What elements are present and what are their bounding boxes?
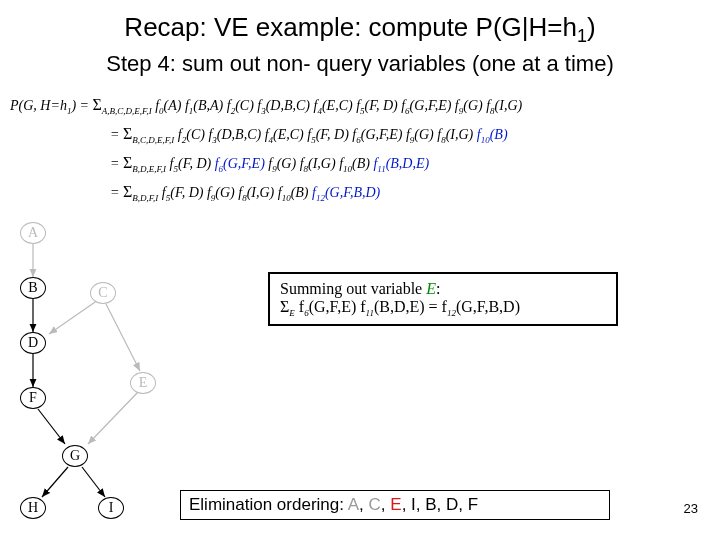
elim-label: Elimination ordering: [189,495,348,514]
box-l1a: Summing out [280,280,371,297]
box-line1: Summing out variable E: [280,280,606,298]
eq3-pre: = [110,156,123,171]
sum2-sub: B,C,D,E,F,I [132,135,174,145]
eq-lhs-close: ) = [71,98,92,113]
elim-s2: , [381,495,390,514]
f0-arg: (A) f [164,98,189,113]
eq2-f: f [174,127,181,142]
elimination-ordering-box: Elimination ordering: A, C, E, I, B, D, … [180,490,610,520]
eq3-6a: (G,F,E) [223,156,268,171]
eq3-ba: (B,D,E) [386,156,430,171]
f1-arg: (B,A) f [193,98,230,113]
eq2-3a: (D,B,C) f [217,127,269,142]
box-line2: ΣE f6(G,F,E) f11(B,D,E) = f12(G,F,B,D) [280,298,606,318]
sigma-icon: Σ [123,154,132,171]
node-a: A [20,222,46,244]
sum3-sub: B,D,E,F,I [132,164,166,174]
f5-arg: (F, D) f [365,98,406,113]
svg-line-6 [88,392,138,444]
node-d: D [20,332,46,354]
eq3-bs: 11 [377,164,385,174]
f6-arg: (G,F,E) f [410,98,459,113]
eq2-pre: = [110,127,123,142]
equation-block: P(G, H=h1) = ΣA,B,C,D,E,F,I f0(A) f1(B,A… [0,91,720,206]
title-close: ) [587,12,596,42]
box-6a: (G,F,E) f [309,298,366,315]
box-var-e: E [426,280,436,297]
svg-line-2 [49,300,98,334]
eq4-pre: = [110,185,123,200]
sum4-sub: B,D,F,I [132,192,158,202]
elim-s3: , [402,495,411,514]
f8-arg: (I,G) [495,98,523,113]
equation-line-4: = ΣB,D,F,I f5(F, D) f9(G) f8(I,G) f10(B)… [110,178,720,207]
elim-e: E [390,495,401,514]
sigma-icon: Σ [93,96,102,113]
svg-line-7 [42,467,68,497]
box-11a: (B,D,E) = f [374,298,447,315]
node-i: I [98,497,124,519]
eq2-6a: (G,F,E) f [361,127,410,142]
f4-arg: (E,C) f [322,98,360,113]
eq3-f: f [166,156,173,171]
eq4-f: f [158,185,165,200]
eq4-10a: (B) [291,185,312,200]
equation-line-1: P(G, H=h1) = ΣA,B,C,D,E,F,I f0(A) f1(B,A… [10,91,720,120]
summary-box: Summing out variable E: ΣE f6(G,F,E) f11… [268,272,618,326]
f2-arg: (C) f [235,98,261,113]
box-12s: 12 [447,308,456,318]
f-lead: f [152,98,159,113]
eq4-10s: 10 [282,192,291,202]
page-number: 23 [684,501,698,516]
eq3-10a: (B) [352,156,373,171]
graph-edges [10,222,230,522]
box-l1c: : [436,280,440,297]
eq3-9a: (G) f [277,156,304,171]
svg-line-8 [82,467,105,497]
slide-title: Recap: VE example: compute P(G|H=h1) [0,0,720,47]
sigma-icon: Σ [123,183,132,200]
eq2-4a: (E,C) f [273,127,311,142]
eq2-ba: (B) [490,127,508,142]
node-c: C [90,282,116,304]
eq2-5a: (F, D) f [316,127,357,142]
box-l1b: variable [371,280,427,297]
eq4-ba: (G,F,B,D) [325,185,380,200]
eq4-bs: 12 [316,192,325,202]
node-f: F [20,387,46,409]
elim-rest: I, B, D, F [411,495,478,514]
eq3-5a: (F, D) [178,156,215,171]
box-f: f [295,298,304,315]
node-h: H [20,497,46,519]
box-12a: (G,F,B,D) [456,298,520,315]
eq4-9a: (G) f [215,185,242,200]
equation-line-3: = ΣB,D,E,F,I f5(F, D) f6(G,F,E) f9(G) f8… [110,149,720,178]
f3-arg: (D,B,C) f [266,98,318,113]
title-text: Recap: VE example: compute [124,12,475,42]
node-b: B [20,277,46,299]
equation-line-2: = ΣB,C,D,E,F,I f2(C) f3(D,B,C) f4(E,C) f… [110,120,720,149]
slide-subtitle: Step 4: sum out non- query variables (on… [0,51,720,77]
svg-line-5 [38,409,65,444]
svg-line-3 [106,304,140,371]
eq4-8a: (I,G) f [247,185,282,200]
sigma-icon: Σ [280,298,289,315]
eq2-bs: 10 [481,135,490,145]
box-11s: 11 [366,308,374,318]
elim-s1: , [359,495,368,514]
eq2-8a: (I,G) [446,127,477,142]
eq3-8a: (I,G) f [308,156,343,171]
bayes-net-graph: A B C D E F G H I [10,222,230,522]
title-sub: 1 [577,26,587,46]
eq3-10s: 10 [343,164,352,174]
sigma-icon: Σ [123,125,132,142]
eq2-2a: (C) f [186,127,212,142]
title-expr: P(G|H=h [476,12,577,42]
eq-lhs: P(G, H=h [10,98,67,113]
eq4-5a: (F, D) f [170,185,211,200]
eq2-9a: (G) f [414,127,441,142]
node-e: E [130,372,156,394]
elim-c: C [369,495,381,514]
sum1-sub: A,B,C,D,E,F,I [102,106,152,116]
elim-a: A [348,495,359,514]
